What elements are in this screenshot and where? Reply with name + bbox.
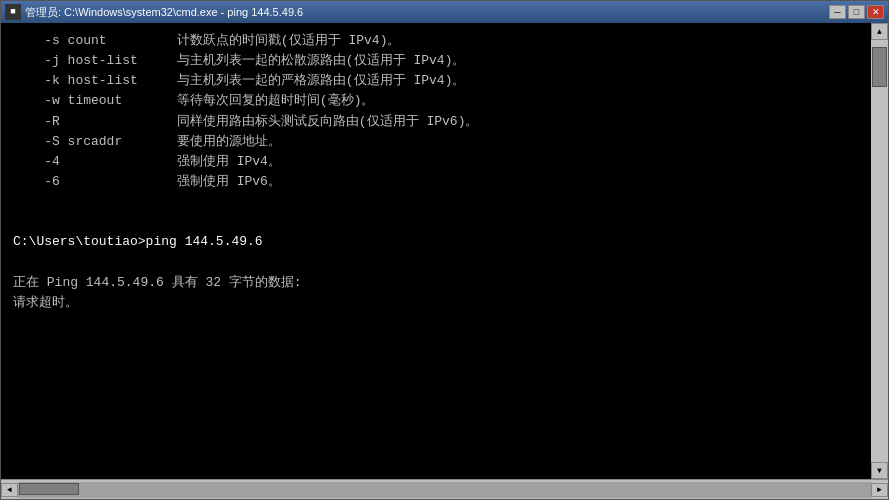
terminal-content[interactable]: -s count 计数跃点的时间戳(仅适用于 IPv4)。 -j host-li… [1, 23, 871, 479]
cmd-line: -R 同样使用路由标头测试反向路由(仅适用于 IPv6)。 [13, 112, 859, 132]
cmd-line: -6 强制使用 IPv6。 [13, 172, 859, 192]
cmd-line: -w timeout 等待每次回复的超时时间(毫秒)。 [13, 91, 859, 111]
title-bar-left: ■ 管理员: C:\Windows\system32\cmd.exe - pin… [5, 4, 303, 20]
scroll-up-button[interactable]: ▲ [871, 23, 888, 40]
h-scroll-thumb[interactable] [19, 483, 79, 495]
vertical-scrollbar[interactable]: ▲ ▼ [871, 23, 888, 479]
empty-line [13, 212, 859, 232]
scroll-down-button[interactable]: ▼ [871, 462, 888, 479]
cmd-line: -j host-list 与主机列表一起的松散源路由(仅适用于 IPv4)。 [13, 51, 859, 71]
window-title: 管理员: C:\Windows\system32\cmd.exe - ping … [25, 5, 303, 20]
scroll-left-button[interactable]: ◄ [1, 483, 18, 497]
minimize-button[interactable]: ─ [829, 5, 846, 19]
cmd-icon: ■ [5, 4, 21, 20]
cmd-line: -S srcaddr 要使用的源地址。 [13, 132, 859, 152]
empty-line [13, 192, 859, 212]
cmd-line: -4 强制使用 IPv4。 [13, 152, 859, 172]
scroll-right-button[interactable]: ► [871, 483, 888, 497]
cmd-line: -s count 计数跃点的时间戳(仅适用于 IPv4)。 [13, 31, 859, 51]
h-scroll-track[interactable] [18, 482, 871, 498]
info-line: 正在 Ping 144.5.49.6 具有 32 字节的数据: [13, 273, 859, 293]
horizontal-scrollbar-bar: ◄ ► [1, 479, 888, 499]
cmd-line: -k host-list 与主机列表一起的严格源路由(仅适用于 IPv4)。 [13, 71, 859, 91]
maximize-button[interactable]: □ [848, 5, 865, 19]
close-button[interactable]: ✕ [867, 5, 884, 19]
empty-line [13, 253, 859, 273]
title-bar: ■ 管理员: C:\Windows\system32\cmd.exe - pin… [1, 1, 888, 23]
prompt-line: C:\Users\toutiao>ping 144.5.49.6 [13, 232, 859, 252]
timeout-line: 请求超时。 [13, 293, 859, 313]
terminal-body: -s count 计数跃点的时间戳(仅适用于 IPv4)。 -j host-li… [1, 23, 888, 479]
cmd-window: ■ 管理员: C:\Windows\system32\cmd.exe - pin… [0, 0, 889, 500]
title-bar-buttons: ─ □ ✕ [829, 5, 884, 19]
scroll-thumb[interactable] [872, 47, 887, 87]
